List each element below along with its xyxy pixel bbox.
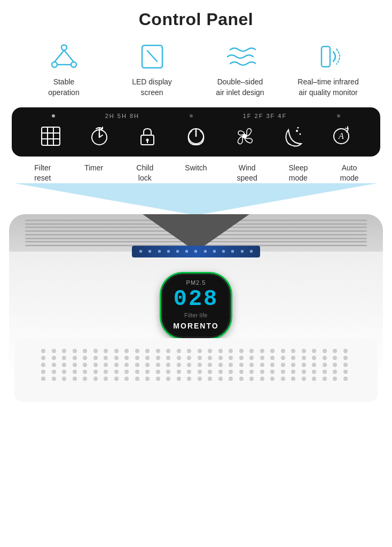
grill-dot	[249, 370, 254, 374]
grill-dot	[135, 363, 139, 367]
filter-reset-button[interactable]	[39, 124, 62, 148]
grill-dot	[281, 349, 285, 353]
grill-dot	[208, 370, 212, 374]
grill-dot	[62, 363, 66, 367]
timer-labels-right: 1F 2F 3F 4F	[243, 113, 287, 119]
grill-dot	[260, 377, 264, 381]
label-switch: Switch	[172, 163, 220, 173]
grill-dot	[62, 370, 66, 374]
grill-dot	[114, 370, 119, 374]
label-sleep-mode: Sleepmode	[274, 163, 322, 183]
grill-dot	[333, 377, 337, 381]
grill-dot	[145, 356, 150, 360]
svg-rect-9	[42, 127, 60, 145]
grill-dot	[124, 377, 129, 381]
grill-dot	[41, 377, 45, 381]
grill-dot	[177, 370, 181, 374]
grill-dot	[343, 349, 348, 353]
page-container: Control Panel Stableoperation	[0, 0, 392, 418]
grill-dot	[52, 377, 56, 381]
led-display-label: LED displayscreen	[132, 77, 172, 98]
dot-mid	[190, 114, 193, 118]
page-title: Control Panel	[139, 10, 254, 29]
mini-dot	[167, 250, 170, 253]
wind-speed-button[interactable]	[233, 124, 256, 148]
grill-dot	[198, 370, 202, 374]
grill-dot	[312, 363, 316, 367]
svg-point-23	[297, 127, 299, 129]
grill-dot	[208, 377, 212, 381]
grill-dot	[166, 377, 170, 381]
grill-dot	[83, 370, 87, 374]
grill-dot	[312, 370, 316, 374]
timer-row: 2H 5H 8H 1F 2F 3F 4F	[21, 113, 371, 119]
grill-dot	[187, 356, 191, 360]
grill-dot	[104, 363, 108, 367]
features-row: Stableoperation LED displayscreen	[0, 39, 392, 98]
grill-dot	[270, 356, 275, 360]
svg-rect-8	[322, 46, 330, 67]
grill-dot	[281, 370, 285, 374]
svg-point-1	[52, 62, 57, 67]
grill-dot	[249, 356, 254, 360]
grill-dot	[249, 377, 254, 381]
auto-mode-button[interactable]: A	[330, 124, 353, 148]
grill-dot	[41, 363, 45, 367]
grill-dot	[302, 363, 306, 367]
grill-dot	[333, 370, 337, 374]
grill-dot	[218, 363, 223, 367]
mini-dot	[176, 250, 179, 253]
grill-dot	[198, 377, 202, 381]
grill-dot	[52, 370, 56, 374]
grill-dot	[291, 356, 295, 360]
grill-dot	[104, 349, 108, 353]
grill-dot	[124, 363, 129, 367]
svg-point-0	[61, 45, 67, 50]
grill-dot	[124, 356, 129, 360]
grill-dot	[62, 356, 66, 360]
grill-dot	[302, 356, 306, 360]
mini-dot	[158, 250, 161, 253]
grill-dot	[239, 356, 244, 360]
grill-dot	[229, 356, 233, 360]
grill-dot	[156, 377, 160, 381]
grill-dot	[323, 370, 327, 374]
grill-dot	[312, 356, 316, 360]
mini-dot	[139, 250, 142, 253]
grill-dot	[73, 363, 77, 367]
grill-dot	[208, 349, 212, 353]
grill-dot	[218, 377, 223, 381]
svg-line-3	[54, 50, 64, 62]
switch-button[interactable]	[184, 124, 208, 148]
grill-dot	[73, 377, 77, 381]
grill-dot	[156, 356, 160, 360]
dot-left	[52, 114, 55, 118]
svg-line-7	[147, 51, 157, 61]
grill-dot	[156, 363, 160, 367]
grill-dot	[343, 377, 348, 381]
grill-dot	[198, 363, 202, 367]
grill-dot	[41, 349, 45, 353]
grill-dot	[52, 356, 56, 360]
purifier-body: PM2.5 028 Filter life MORENTO	[9, 214, 383, 418]
grill-dot	[73, 370, 77, 374]
sleep-mode-button[interactable]	[281, 124, 304, 148]
grill-dot	[52, 349, 56, 353]
svg-point-16	[146, 139, 149, 142]
timer-button[interactable]	[88, 124, 111, 148]
grill-dot	[156, 370, 160, 374]
label-filter-reset: Filterreset	[19, 163, 67, 183]
grill-dot	[302, 377, 306, 381]
purifier-lower-body	[14, 338, 378, 402]
grill-dot	[312, 349, 316, 353]
grill-dot	[114, 363, 119, 367]
child-lock-button[interactable]	[136, 124, 159, 148]
svg-point-21	[296, 130, 298, 132]
pm-display: PM2.5 028 Filter life MORENTO	[161, 274, 231, 338]
controls-row: A	[21, 121, 371, 149]
grill-dot	[323, 377, 327, 381]
grill-dot	[333, 356, 337, 360]
grill-dot	[239, 363, 244, 367]
pm-value: 028	[174, 288, 219, 310]
grill-dot	[281, 377, 285, 381]
